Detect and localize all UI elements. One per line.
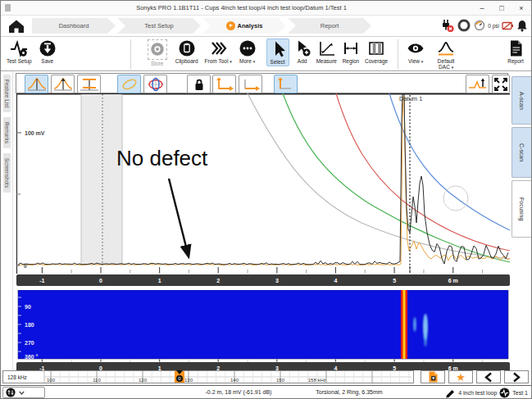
dac-curve-gray (248, 93, 510, 259)
ellipse-tool-button[interactable] (117, 75, 141, 93)
app-window: Sonyks PRO 1.1B1T11 - Cups 4inch test lo… (0, 0, 532, 399)
breadcrumb-item-report[interactable]: Report (288, 18, 371, 34)
axis-y-arrow-icon (276, 77, 296, 92)
frequency-marker[interactable]: 0 (175, 371, 184, 383)
content-area: Feature ListRemarksScreenshots (1, 71, 531, 370)
maximize-button[interactable]: □ (492, 2, 512, 15)
gates-view-button[interactable] (77, 75, 101, 93)
add-flag-icon (293, 39, 311, 57)
svg-text:1: 1 (158, 278, 161, 283)
dac-curves-icon (27, 77, 47, 92)
save-icon (39, 39, 57, 57)
view-button[interactable]: View ▾ (405, 39, 426, 66)
prev-button[interactable] (476, 370, 501, 383)
axis-arrows-icon (215, 77, 234, 92)
breadcrumb-label: Analysis (238, 22, 263, 29)
cscan-faint-indication (413, 317, 416, 332)
region-icon (342, 39, 360, 57)
region-tool-button[interactable]: Region (340, 39, 361, 65)
svg-text:120: 120 (139, 378, 148, 383)
from-tool-button[interactable]: From Tool ▾ (203, 39, 234, 66)
pressure-value: 0 psi (488, 23, 499, 29)
units-dropdown[interactable] (2, 387, 45, 398)
export-doc-icon (428, 371, 439, 383)
fullscreen-icon (493, 77, 508, 92)
breadcrumb-item-dashboard[interactable]: Dashboard (32, 18, 116, 34)
test-setup-button[interactable]: Test Setup (5, 39, 34, 65)
select-cursor-icon (269, 40, 287, 58)
chevron-left-icon (484, 372, 493, 383)
more-button[interactable]: More ▾ (237, 39, 258, 66)
y-axis-label-zero: 0 (24, 263, 27, 269)
current-frequency-label: 128 kHz (7, 374, 27, 380)
axis-mode-x-button[interactable] (239, 75, 262, 93)
default-dac-icon (437, 39, 455, 57)
breadcrumb-item-test-setup[interactable]: Test Setup (117, 18, 201, 34)
test-setup-icon (10, 39, 28, 57)
ascan-plot[interactable]: Datum 1 100 mV 0 No defect -10123456 m (13, 93, 512, 287)
lock-button[interactable] (187, 75, 211, 93)
breadcrumb-item-analysis[interactable]: Analysis (202, 18, 286, 34)
status-bar: -0.2 m, 18 mV (-61.91 dB) Torsional, 2 R… (1, 385, 531, 399)
favorite-button[interactable]: ★ (448, 370, 473, 383)
cscan-plot[interactable]: 90180270360 ° -10123456 m (13, 290, 512, 373)
svg-text:360 °: 360 ° (25, 354, 39, 360)
svg-text:110: 110 (93, 378, 101, 383)
dac-curve-blue (389, 93, 510, 230)
cscan-faint-indication (424, 335, 427, 347)
fullscreen-button[interactable] (492, 75, 510, 93)
svg-text:5: 5 (393, 278, 396, 283)
home-icon[interactable] (7, 18, 25, 34)
dac-curves-view-button[interactable] (25, 75, 48, 93)
dead-zone-band (81, 94, 122, 265)
main-toolbar: Test Setup Save Store Clipboard (1, 37, 531, 71)
tab-feature-list[interactable]: Feature List (3, 75, 11, 112)
coverage-tool-button[interactable]: Coverage (363, 39, 389, 65)
polar-view-button[interactable] (143, 75, 167, 93)
connection-plug-icon (440, 19, 454, 33)
tab-screenshots[interactable]: Screenshots (3, 153, 11, 193)
measure-tool-button[interactable]: Measure (315, 39, 339, 65)
frequency-ruler[interactable]: 100110120130140150158 kHz 128 kHz 0 (2, 370, 414, 383)
left-tab-strip: Feature ListRemarksScreenshots (1, 71, 13, 370)
no-battery-icon (502, 20, 514, 31)
report-button[interactable]: Report (505, 39, 526, 65)
peak-marker-icon (468, 77, 488, 92)
axis-mode-y-button[interactable] (274, 75, 298, 93)
chevron-right-icon (512, 372, 521, 383)
peak-marker-button[interactable] (466, 75, 489, 93)
test-signal-icon (499, 388, 510, 398)
default-dac-button[interactable]: Default DAC ▾ (430, 39, 462, 71)
tab-a-scan[interactable]: A-scan (512, 76, 531, 125)
close-button[interactable]: × (512, 2, 531, 15)
dac-curve-red (336, 93, 510, 251)
chart-toolbar (16, 73, 508, 93)
next-button[interactable] (504, 370, 529, 383)
dropdown-caret-icon: ▾ (253, 59, 256, 64)
star-icon: ★ (456, 372, 466, 383)
gates-icon (80, 77, 99, 92)
notifications-bell-icon[interactable] (516, 20, 528, 32)
svg-text:130: 130 (184, 378, 193, 383)
svg-text:140: 140 (230, 378, 239, 383)
dropdown-caret-icon: ▾ (452, 65, 454, 70)
clipboard-button[interactable]: Clipboard (174, 39, 200, 65)
svg-text:3: 3 (275, 278, 279, 283)
dac-arrow-view-button[interactable] (51, 75, 75, 93)
select-tool-button[interactable]: Select (266, 39, 289, 66)
tab-focusing[interactable]: Focusing (512, 180, 531, 238)
breadcrumb-label: Dashboard (59, 22, 89, 29)
axis-mode-both-button[interactable] (212, 75, 236, 93)
ellipse-icon (120, 77, 139, 92)
export-report-button[interactable] (421, 370, 445, 383)
tab-remarks[interactable]: Remarks (3, 117, 11, 148)
tab-c-scan[interactable]: C-scan (512, 127, 531, 178)
minimize-button[interactable]: – (472, 2, 492, 15)
save-button[interactable]: Save (37, 39, 58, 65)
polar-crosshair-icon (146, 77, 166, 92)
no-defect-annotation: No defect (116, 146, 208, 170)
add-tool-button[interactable]: Add (292, 39, 313, 65)
pressure-gauge-icon (474, 20, 485, 31)
svg-text:6 m: 6 m (448, 278, 458, 283)
dropdown-caret-icon: ▾ (421, 59, 424, 64)
